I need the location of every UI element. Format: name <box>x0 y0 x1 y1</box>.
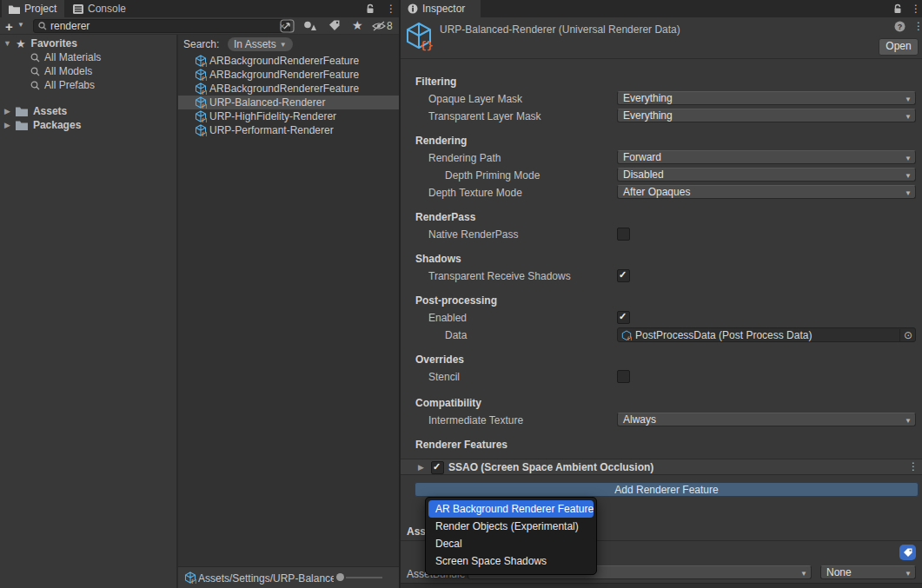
inspector-unlock-icon[interactable] <box>892 3 903 14</box>
dropdown-arrow-icon: ▼ <box>905 188 912 199</box>
project-footer-bar: {} Assets/Settings/URP-Balanced-Renderer <box>178 566 399 588</box>
unity-editor-window: Project Console ⋮ + ▼ × ★ 8 ▼ ★ Favorite <box>0 0 922 588</box>
unlock-icon[interactable] <box>365 3 375 14</box>
intermediate-texture-label: Intermediate Texture <box>428 414 523 426</box>
transparent-layer-mask-dropdown[interactable]: Everything▼ <box>617 109 916 122</box>
post-processing-data-label: Data <box>445 329 467 341</box>
inspector-header-kebab-icon[interactable]: ⋮ <box>913 20 922 32</box>
renderer-asset-icon: {} <box>195 55 207 67</box>
console-icon <box>73 4 83 14</box>
foldout-open-icon[interactable]: ▼ <box>3 39 11 48</box>
search-by-label-icon[interactable] <box>328 20 341 31</box>
dropdown-arrow-icon: ▼ <box>905 94 912 105</box>
open-search-window-icon[interactable] <box>280 19 295 33</box>
folder-tab-icon <box>9 4 20 14</box>
post-process-data-object-field[interactable]: {} PostProcessData (Post Process Data) ⊙ <box>617 327 916 342</box>
selected-asset-icon: {} <box>184 571 196 584</box>
result-row[interactable]: {} ARBackgroundRendererFeature <box>178 54 399 68</box>
open-button[interactable]: Open <box>879 38 919 56</box>
depth-priming-mode-dropdown[interactable]: Disabled▼ <box>617 168 916 182</box>
tab-inspector[interactable]: Inspector <box>401 0 481 17</box>
search-input-field[interactable] <box>50 20 259 32</box>
result-row[interactable]: {} URP-HighFidelity-Renderer <box>178 109 399 123</box>
section-shadows: Shadows <box>415 253 461 265</box>
menu-item-screen-space-shadows[interactable]: Screen Space Shadows <box>428 552 594 570</box>
object-picker-icon[interactable]: ⊙ <box>899 329 912 341</box>
zoom-slider-handle[interactable] <box>336 573 344 581</box>
favorites-star-icon[interactable]: ★ <box>352 18 363 32</box>
menu-item-render-objects[interactable]: Render Objects (Experimental) <box>428 518 594 535</box>
foldout-closed-icon[interactable]: ▶ <box>4 107 10 116</box>
star-icon: ★ <box>16 37 26 50</box>
search-input[interactable]: × <box>33 19 290 33</box>
tree-item-packages[interactable]: ▶ Packages <box>0 118 176 132</box>
tab-project[interactable]: Project <box>2 0 64 17</box>
dropdown-arrow-icon: ▼ <box>905 170 912 182</box>
add-renderer-feature-button[interactable]: Add Renderer Feature <box>415 482 919 497</box>
info-icon <box>408 3 418 14</box>
asset-bundle-variant-dropdown[interactable]: None▼ <box>820 565 916 579</box>
section-filtering: Filtering <box>415 76 456 88</box>
result-name: URP-Performant-Renderer <box>209 124 334 136</box>
transparent-receive-shadows-checkbox[interactable] <box>617 269 630 282</box>
inspector-menu-kebab-icon[interactable]: ⋮ <box>911 3 921 15</box>
inspector-title: URP-Balanced-Renderer (Universal Rendere… <box>440 23 680 36</box>
transparent-receive-shadows-label: Transparent Receive Shadows <box>428 270 571 282</box>
ssao-feature-row[interactable]: ▶ SSAO (Screen Space Ambient Occlusion) … <box>401 459 922 475</box>
tree-item-assets[interactable]: ▶ Assets <box>0 104 176 118</box>
result-row[interactable]: {} ARBackgroundRendererFeature <box>178 68 399 82</box>
depth-priming-mode-label: Depth Priming Mode <box>445 169 540 182</box>
renderer-feature-menu: AR Background Renderer Feature Render Ob… <box>425 497 597 575</box>
svg-text:{}: {} <box>201 76 207 82</box>
native-renderpass-checkbox[interactable] <box>617 228 630 241</box>
tree-item-all-prefabs[interactable]: All Prefabs <box>0 78 176 92</box>
hidden-packages-eye-icon[interactable] <box>372 21 386 31</box>
tree-item-favorites[interactable]: ▼ ★ Favorites <box>0 36 176 50</box>
post-process-data-icon: {} <box>621 330 632 340</box>
ssao-enabled-checkbox[interactable] <box>431 461 444 474</box>
foldout-closed-icon[interactable]: ▶ <box>418 463 424 472</box>
create-dropdown-arrow-icon[interactable]: ▼ <box>17 21 24 29</box>
depth-texture-mode-label: Depth Texture Mode <box>428 187 522 199</box>
tree-item-label: All Prefabs <box>44 79 95 91</box>
result-name: ARBackgroundRendererFeature <box>209 55 359 67</box>
tree-item-all-materials[interactable]: All Materials <box>0 50 176 64</box>
section-compatibility: Compatibility <box>415 397 481 409</box>
opaque-layer-mask-dropdown[interactable]: Everything▼ <box>617 91 916 105</box>
project-menu-kebab-icon[interactable]: ⋮ <box>386 3 396 15</box>
search-scope-pill[interactable]: In Assets ▼ <box>228 37 293 51</box>
tree-item-label: All Models <box>44 65 92 77</box>
foldout-closed-icon[interactable]: ▶ <box>4 121 10 129</box>
scope-dropdown-arrow-icon: ▼ <box>280 41 287 49</box>
section-post-processing: Post-processing <box>415 294 497 307</box>
result-row[interactable]: {} URP-Performant-Renderer <box>178 123 399 137</box>
tab-console[interactable]: Console <box>66 0 146 17</box>
add-label-tag-button[interactable] <box>899 545 916 560</box>
search-results-panel: Search: In Assets ▼ {} ARBackgroundRende… <box>178 35 399 566</box>
zoom-slider-track[interactable] <box>346 577 382 578</box>
section-overrides: Overrides <box>415 353 464 366</box>
panel-splitter[interactable] <box>399 0 401 588</box>
stencil-checkbox[interactable] <box>617 370 630 383</box>
tab-inspector-label: Inspector <box>422 3 465 15</box>
intermediate-texture-dropdown[interactable]: Always▼ <box>617 413 916 426</box>
native-renderpass-label: Native RenderPass <box>428 228 518 241</box>
tree-item-label: Assets <box>33 105 67 117</box>
tree-item-all-models[interactable]: All Models <box>0 64 176 78</box>
rendering-path-label: Rendering Path <box>428 152 501 164</box>
inspector-bottom-strip <box>401 583 922 588</box>
result-row-selected[interactable]: {} URP-Balanced-Renderer <box>178 96 399 109</box>
search-by-type-icon[interactable] <box>303 20 316 31</box>
ssao-kebab-icon[interactable]: ⋮ <box>908 460 919 472</box>
post-processing-enabled-checkbox[interactable] <box>617 311 630 324</box>
menu-item-ar-background-renderer-feature[interactable]: AR Background Renderer Feature <box>428 500 594 518</box>
renderer-asset-icon: {} <box>195 96 207 109</box>
create-plus-icon[interactable]: + <box>5 19 13 34</box>
search-icon <box>38 22 47 30</box>
opaque-layer-mask-label: Opaque Layer Mask <box>428 93 522 105</box>
help-icon[interactable]: ? <box>894 21 905 32</box>
result-row[interactable]: {} ARBackgroundRendererFeature <box>178 82 399 96</box>
menu-item-decal[interactable]: Decal <box>428 535 594 552</box>
depth-texture-mode-dropdown[interactable]: After Opaques▼ <box>617 185 916 199</box>
rendering-path-dropdown[interactable]: Forward▼ <box>617 150 916 164</box>
